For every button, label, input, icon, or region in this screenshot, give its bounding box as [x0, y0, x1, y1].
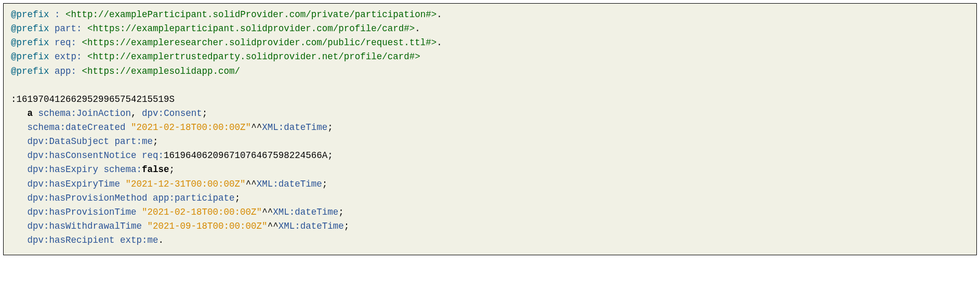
qname-local: hasProvisionMethod [49, 193, 148, 203]
caret: ^^ [251, 122, 262, 133]
qname-prefix: XML: [257, 179, 279, 189]
prefix-name: extp: [55, 51, 82, 62]
space [33, 108, 38, 119]
qname-prefix: dpv: [28, 164, 49, 175]
indent [11, 164, 28, 175]
end-punct: ; [322, 179, 328, 189]
qname-prefix: req: [142, 150, 164, 161]
space [109, 136, 115, 147]
qname-local: JoinAction [76, 108, 131, 119]
qname-local: hasConsentNotice [49, 150, 137, 161]
string-literal: "2021-12-31T00:00:00Z" [126, 179, 246, 189]
indent [11, 122, 28, 133]
indent [11, 235, 28, 245]
qname-prefix: dpv: [28, 193, 49, 203]
prefix-line: @prefix req: <https://exampleresearcher.… [11, 37, 442, 48]
qname-prefix: XML: [273, 207, 295, 217]
space [126, 122, 131, 133]
angle-close: > [409, 23, 415, 34]
qname-prefix: schema: [28, 122, 66, 133]
angle-close: > [415, 51, 420, 62]
triple-line: a schema:JoinAction, dpv:Consent; [11, 108, 207, 119]
angle-open: < [82, 37, 88, 48]
prefix-line: @prefix : <http://exampleParticipant.sol… [11, 9, 442, 20]
triple-line: dpv:hasRecipient extp:me. [11, 235, 164, 245]
qname-prefix: app: [153, 193, 175, 203]
angle-open: < [82, 66, 88, 76]
qname-prefix: XML: [279, 221, 300, 231]
indent [11, 136, 28, 147]
prefix-name: part: [55, 23, 82, 34]
qname-local: dateTime [284, 122, 327, 133]
space [120, 179, 126, 189]
indent [11, 193, 28, 203]
qname-local: Consent [164, 108, 202, 119]
turtle-code-block: @prefix : <http://exampleParticipant.sol… [3, 3, 977, 255]
caret: ^^ [268, 221, 279, 231]
qname-prefix: schema: [104, 164, 142, 175]
subject-id: :1619704126629529965754215519S [11, 94, 175, 104]
prefix-line: @prefix extp: <http://examplertrustedpar… [11, 51, 420, 62]
angle-open: < [87, 23, 93, 34]
qname-local: participate [175, 193, 235, 203]
caret: ^^ [262, 207, 273, 217]
string-literal: "2021-02-18T00:00:00Z" [131, 122, 251, 133]
triple-line: schema:dateCreated "2021-02-18T00:00:00Z… [11, 122, 333, 133]
prefix-name: : [55, 9, 60, 20]
space [148, 193, 153, 203]
prefix-url: https://exampleresearcher.solidprovider.… [87, 37, 431, 48]
space [137, 150, 142, 161]
caret: ^^ [246, 179, 257, 189]
dot: . [436, 9, 442, 20]
qname-local: hasRecipient [49, 235, 115, 245]
qname-local: DataSubject [49, 136, 110, 147]
space [137, 207, 142, 217]
space [98, 164, 104, 175]
prefix-keyword: @prefix [11, 51, 49, 62]
prefix-keyword: @prefix [11, 66, 49, 76]
qname-local: dateTime [295, 207, 338, 217]
end-punct: ; [169, 164, 175, 175]
angle-close: > [431, 37, 437, 48]
prefix-name: app: [55, 66, 76, 76]
qname-local: me [148, 235, 158, 245]
prefix-url: http://exampleParticipant.solidProvider.… [71, 9, 431, 20]
qname-prefix: dpv: [28, 150, 49, 161]
prefix-keyword: @prefix [11, 37, 49, 48]
triple-line: dpv:hasExpiryTime "2021-12-31T00:00:00Z"… [11, 179, 327, 189]
prefix-keyword: @prefix [11, 9, 49, 20]
qname-local: 16196406209671076467598224566A [164, 150, 327, 161]
comma: , [131, 108, 142, 119]
dot: . [415, 23, 420, 34]
triple-line: dpv:hasExpiry schema:false; [11, 164, 175, 175]
a-keyword: a [28, 108, 33, 119]
prefix-keyword: @prefix [11, 23, 49, 34]
prefix-url: http://examplertrustedparty.solidprovide… [93, 51, 415, 62]
qname-prefix: dpv: [28, 179, 49, 189]
end-punct: ; [153, 136, 158, 147]
qname-prefix: XML: [262, 122, 284, 133]
qname-local: hasProvisionTime [49, 207, 137, 217]
qname-local: me [142, 136, 153, 147]
angle-open: < [87, 51, 93, 62]
end-punct: ; [235, 193, 241, 203]
qname-local: hasWithdrawalTime [49, 221, 142, 231]
qname-local: dateTime [300, 221, 344, 231]
qname-prefix: dpv: [28, 221, 49, 231]
prefix-url: https://exampleparticipant.solidprovider… [93, 23, 409, 34]
indent [11, 108, 28, 119]
indent [11, 150, 28, 161]
prefix-line: @prefix app: <https://examplesolidapp.co… [11, 66, 240, 76]
angle-open: < [65, 9, 71, 20]
end-punct: ; [344, 221, 350, 231]
prefix-url: https://examplesolidapp.com/ [87, 66, 240, 76]
triple-line: dpv:hasConsentNotice req:161964062096710… [11, 150, 333, 161]
triple-line: dpv:DataSubject part:me; [11, 136, 158, 147]
qname-prefix: dpv: [28, 207, 49, 217]
qname-prefix: schema: [38, 108, 77, 119]
qname-prefix: extp: [120, 235, 148, 245]
indent [11, 221, 28, 231]
qname-prefix: dpv: [142, 108, 164, 119]
triple-line: dpv:hasProvisionTime "2021-02-18T00:00:0… [11, 207, 344, 217]
end-punct: ; [202, 108, 208, 119]
